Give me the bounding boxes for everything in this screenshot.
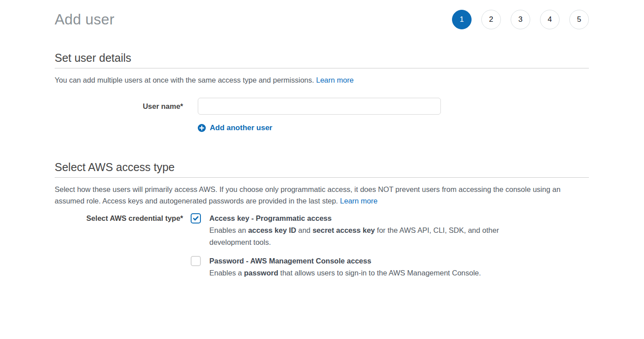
checkmark-icon [192, 215, 199, 222]
intro-text: You can add multiple users at once with … [55, 76, 314, 84]
step-circle-3: 3 [511, 10, 530, 29]
add-another-user-label: Add another user [210, 124, 272, 132]
username-input[interactable] [198, 98, 441, 115]
password-option-title: Password - AWS Management Console access [209, 256, 481, 266]
access-key-option-description: Enables an access key ID and secret acce… [209, 224, 516, 248]
username-row: User name* [55, 98, 589, 115]
add-another-user-button[interactable]: Add another user [198, 124, 272, 132]
section-access-type: Select AWS access type Select how these … [55, 161, 589, 279]
access-key-option-title: Access key - Programmatic access [209, 213, 516, 223]
page-header: Add user 1 2 3 4 5 [55, 5, 589, 34]
step-number: 4 [548, 15, 552, 24]
step-indicator: 1 2 3 4 5 [452, 10, 589, 29]
plus-circle-icon [198, 124, 206, 132]
access-type-intro: Select how these users will primarily ac… [55, 183, 589, 207]
step-number: 2 [489, 15, 493, 24]
add-another-user-row: Add another user [55, 124, 589, 132]
option-text: Access key - Programmatic access Enables… [209, 213, 516, 248]
intro-text: Select how these users will primarily ac… [55, 185, 560, 205]
step-circle-1: 1 [452, 10, 472, 29]
learn-more-link-access-type[interactable]: Learn more [340, 197, 377, 205]
access-key-checkbox[interactable] [191, 213, 201, 223]
add-user-page: Add user 1 2 3 4 5 Set user details You … [0, 0, 644, 279]
section-divider [55, 68, 589, 68]
user-details-heading: Set user details [55, 52, 589, 64]
step-number: 3 [518, 15, 522, 24]
page-title: Add user [55, 11, 114, 28]
step-number: 1 [460, 15, 464, 24]
step-circle-2: 2 [481, 10, 501, 29]
credential-type-label: Select AWS credential type* [55, 213, 183, 223]
username-label: User name* [55, 101, 183, 112]
step-circle-5: 5 [569, 10, 589, 29]
step-circle-4: 4 [540, 10, 560, 29]
access-type-heading: Select AWS access type [55, 161, 589, 174]
password-option-description: Enables a password that allows users to … [209, 267, 481, 279]
credential-type-row: Select AWS credential type* Access key -… [55, 213, 589, 279]
password-checkbox[interactable] [191, 256, 201, 266]
credential-options: Access key - Programmatic access Enables… [191, 213, 516, 279]
option-text: Password - AWS Management Console access… [209, 256, 481, 279]
option-access-key: Access key - Programmatic access Enables… [191, 213, 516, 248]
step-number: 5 [577, 15, 581, 24]
user-details-intro: You can add multiple users at once with … [55, 74, 589, 86]
section-user-details: Set user details You can add multiple us… [55, 52, 589, 132]
section-divider [55, 177, 589, 178]
learn-more-link-user-details[interactable]: Learn more [316, 76, 353, 84]
option-password: Password - AWS Management Console access… [191, 256, 516, 279]
